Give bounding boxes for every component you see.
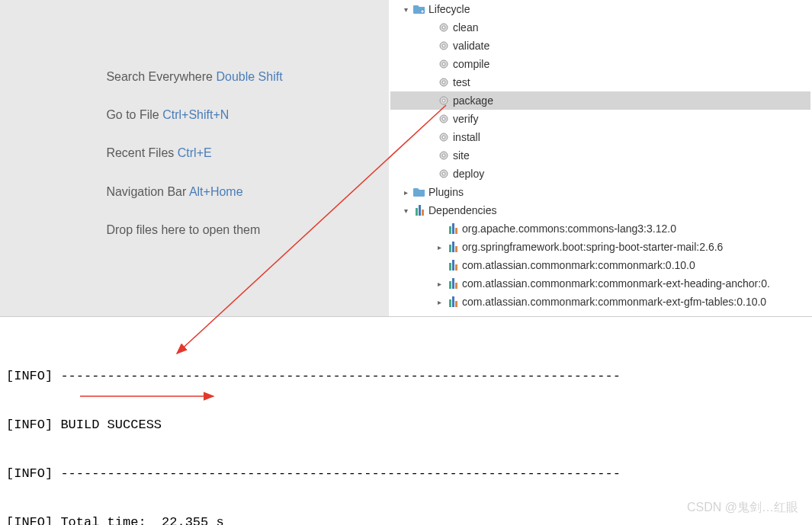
library-icon <box>412 205 427 216</box>
gear-icon <box>436 114 451 124</box>
lifecycle-goal-clean[interactable]: clean <box>390 18 810 37</box>
build-console[interactable]: [INFO] ---------------------------------… <box>0 316 812 525</box>
gear-icon <box>436 59 451 69</box>
dependency-item[interactable]: ▸com.atlassian.commonmark:commonmark-ext… <box>390 274 810 293</box>
gear-icon <box>436 40 451 51</box>
chevron-right-icon[interactable]: ▸ <box>400 188 412 197</box>
gear-icon <box>436 150 451 161</box>
lifecycle-goal-install[interactable]: install <box>390 128 810 146</box>
chevron-right-icon[interactable]: ▸ <box>433 280 445 288</box>
library-icon <box>445 296 461 307</box>
svg-point-14 <box>442 136 445 139</box>
lifecycle-goal-validate[interactable]: validate <box>390 37 810 55</box>
svg-point-18 <box>442 172 445 175</box>
navigation-bar-shortcut: Alt+Home <box>189 185 243 198</box>
gear-icon <box>436 132 451 142</box>
library-icon <box>445 223 461 234</box>
lifecycle-goal-site[interactable]: site <box>390 146 810 165</box>
chevron-down-icon[interactable]: ▾ <box>400 206 412 215</box>
chevron-right-icon[interactable]: ▸ <box>433 298 445 306</box>
lifecycle-goal-compile[interactable]: compile <box>390 55 810 73</box>
dependencies-node[interactable]: ▾ Dependencies <box>390 201 810 219</box>
lifecycle-goal-deploy[interactable]: deploy <box>390 165 810 183</box>
recent-files-label: Recent Files <box>106 146 177 159</box>
svg-point-16 <box>442 154 445 157</box>
navigation-bar-label: Navigation Bar <box>106 185 189 198</box>
lifecycle-goal-verify[interactable]: verify <box>390 110 810 128</box>
lifecycle-goal-package[interactable]: package <box>390 91 810 110</box>
console-line: [INFO] ---------------------------------… <box>6 364 812 389</box>
search-everywhere-label: Search Everywhere <box>106 70 216 83</box>
dependencies-label: Dependencies <box>427 204 497 216</box>
dependency-item[interactable]: ▸com.atlassian.commonmark:commonmark-ext… <box>390 293 810 311</box>
lifecycle-node[interactable]: ▾ Lifecycle <box>390 0 810 18</box>
recent-files-shortcut: Ctrl+E <box>178 146 212 159</box>
watermark: CSDN @鬼剑…红眼 <box>687 500 798 516</box>
svg-point-8 <box>442 81 445 84</box>
maven-tool-panel: ▾ Lifecycle clean validate compile test … <box>389 0 812 316</box>
gear-icon <box>436 168 451 179</box>
gear-icon <box>436 77 451 88</box>
console-line: [INFO] BUILD SUCCESS <box>6 413 812 437</box>
drop-files-label: Drop files here to open them <box>106 223 260 236</box>
plugins-node[interactable]: ▸ Plugins <box>390 183 810 201</box>
lifecycle-label: Lifecycle <box>427 3 470 15</box>
svg-point-6 <box>442 62 445 66</box>
svg-point-2 <box>442 26 445 29</box>
svg-point-10 <box>442 99 445 102</box>
dependency-item[interactable]: ▸org.apache.commons:commons-lang3:3.12.0 <box>390 219 810 238</box>
gear-icon <box>436 22 451 33</box>
lifecycle-goal-test[interactable]: test <box>390 73 810 91</box>
console-line: [INFO] ---------------------------------… <box>6 462 812 486</box>
chevron-right-icon[interactable]: ▸ <box>433 243 445 251</box>
folder-icon <box>412 4 427 14</box>
library-icon <box>445 260 461 271</box>
library-icon <box>445 278 461 289</box>
plugins-label: Plugins <box>427 186 464 198</box>
library-icon <box>445 242 461 252</box>
svg-point-12 <box>442 117 445 120</box>
chevron-down-icon[interactable]: ▾ <box>400 5 412 14</box>
goto-file-label: Go to File <box>106 108 162 121</box>
goto-file-shortcut: Ctrl+Shift+N <box>162 108 229 121</box>
svg-point-4 <box>442 44 445 47</box>
gear-icon <box>436 95 451 106</box>
folder-icon <box>412 187 427 197</box>
dependency-item[interactable]: ▸com.atlassian.commonmark:commonmark:0.1… <box>390 256 810 274</box>
dependency-item[interactable]: ▸org.springframework.boot:spring-boot-st… <box>390 238 810 256</box>
search-everywhere-shortcut: Double Shift <box>216 70 282 83</box>
editor-placeholder-panel: Search Everywhere Double Shift Go to Fil… <box>0 0 389 316</box>
